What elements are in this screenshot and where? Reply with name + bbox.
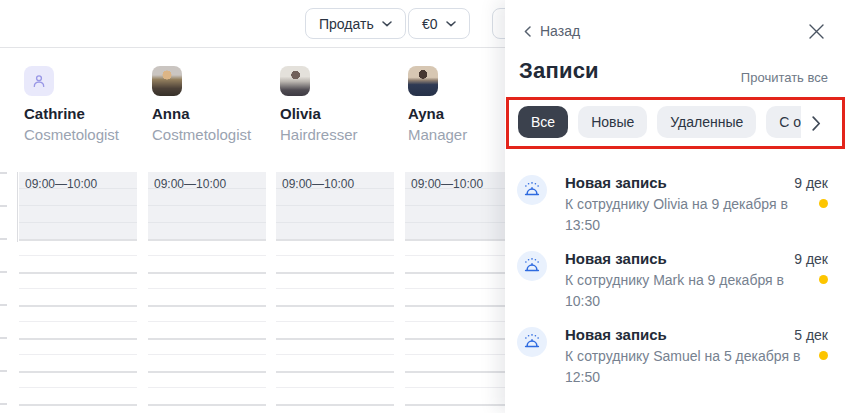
calendar-column: 09:00—10:00 [148,172,266,413]
staff-column-header[interactable]: Cathrine Cosmetologist [24,66,146,144]
staff-role: Cosmetologist [24,125,146,144]
schedule-slot[interactable]: 09:00—10:00 [19,172,137,239]
staff-column-header[interactable]: Anna Costmetologist [152,66,274,144]
notification-date: 9 дек [794,249,828,269]
schedule-slot[interactable]: 09:00—10:00 [276,172,394,239]
toolbar-divider [0,47,512,48]
back-button-label: Назад [540,23,580,39]
grid-lines [148,239,266,413]
chevron-down-icon [382,21,392,27]
filter-chip[interactable]: С оплатой [766,106,801,138]
back-button[interactable]: Назад [524,23,580,39]
avatar [408,66,438,96]
panel-title: Записи [519,58,599,84]
staff-name: Olivia [280,104,402,123]
calendar-column: 09:00—10:00 [19,172,137,413]
highlight-box: ВсеНовыеУдаленныеС оплатой [506,97,845,149]
chevron-right-icon [812,116,821,131]
notification-item[interactable]: Новая запись 9 дек К сотруднику Mark на … [505,249,845,312]
avatar [280,66,310,96]
slot-time-label: 09:00—10:00 [148,172,266,191]
close-icon [809,24,824,39]
service-bell-icon [523,333,541,351]
avatar [24,66,54,96]
staff-role: Costmetologist [152,125,274,144]
balance-button[interactable]: €0 [408,8,470,39]
service-bell-icon [523,257,541,275]
unread-dot [819,275,828,284]
notification-title: Новая запись [565,173,667,193]
filter-chip[interactable]: Удаленные [657,106,756,138]
notification-list: Новая запись 9 дек К сотруднику Olivia н… [505,173,845,401]
person-placeholder-icon [30,72,48,90]
staff-role: Hairdresser [280,125,402,144]
chevron-left-icon [524,26,531,37]
service-bell-icon [523,181,541,199]
notification-item[interactable]: Новая запись 5 дек К сотруднику Samuel н… [505,325,845,388]
bell-circle [517,327,547,357]
chevron-down-icon [446,21,456,27]
grid-column-separator [17,172,18,242]
notification-text: К сотруднику Olivia на 9 декабря в 13:50 [565,194,803,236]
calendar-column: 09:00—10:00 [276,172,394,413]
notification-date: 9 дек [794,173,828,193]
bell-circle [517,175,547,205]
unread-dot [819,199,828,208]
bell-circle [517,251,547,281]
filter-chip[interactable]: Все [518,106,568,138]
filters-next-button[interactable] [808,109,824,137]
filter-chips-row: ВсеНовыеУдаленныеС оплатой [518,106,801,138]
notification-item[interactable]: Новая запись 9 дек К сотруднику Olivia н… [505,173,845,236]
close-button[interactable] [807,22,825,40]
slot-time-label: 09:00—10:00 [19,172,137,191]
notifications-panel: Назад Записи Прочитать все ВсеНовыеУдале… [505,0,845,413]
notification-text: К сотруднику Samuel на 5 декабря в 12:50 [565,346,803,388]
notification-date: 5 дек [794,325,828,345]
time-gutter [0,172,7,413]
grid-lines [276,239,394,413]
notification-text: К сотруднику Mark на 9 декабря в 10:30 [565,270,803,312]
avatar [152,66,182,96]
app-window: Продать €0 Cathrine Cosmetologist Anna C… [0,0,845,413]
schedule-slot[interactable]: 09:00—10:00 [148,172,266,239]
grid-lines [19,239,137,413]
sell-button[interactable]: Продать [305,8,406,39]
staff-column-header[interactable]: Olivia Hairdresser [280,66,402,144]
notification-title: Новая запись [565,249,667,269]
slot-time-label: 09:00—10:00 [276,172,394,191]
balance-button-label: €0 [422,16,438,32]
filter-chip[interactable]: Новые [578,106,647,138]
notification-title: Новая запись [565,325,667,345]
read-all-link[interactable]: Прочитать все [741,70,828,85]
sell-button-label: Продать [319,16,374,32]
staff-name: Anna [152,104,274,123]
unread-dot [819,351,828,360]
staff-name: Cathrine [24,104,146,123]
